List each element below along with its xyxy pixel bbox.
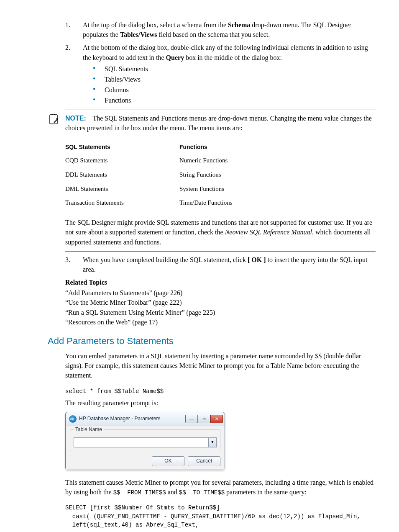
step2-bullets: SQL Statements Tables/Views Columns Func…	[93, 64, 376, 105]
statements-functions-table: SQL Statements Functions CQD StatementsN…	[65, 140, 283, 210]
table-name-input[interactable]	[74, 438, 208, 447]
section2-intro: You can embed parameters in a SQL statem…	[65, 351, 376, 380]
table-header-functions: Functions	[179, 140, 283, 154]
minimize-button[interactable]: —	[185, 415, 198, 423]
bullet-tables-views: Tables/Views	[93, 75, 376, 84]
step-1: At the top of the dialog box, select a s…	[65, 20, 376, 39]
step3-text: When you have completed building the SQL…	[83, 256, 367, 273]
table-header-sql: SQL Statements	[65, 140, 179, 154]
code-example-1: select * from $$Table Name$$	[65, 387, 376, 396]
related-link[interactable]: “Use the Metric Miner Toolbar” (page 222…	[65, 298, 376, 307]
table-row: Transaction StatementsTime/Date Function…	[65, 196, 283, 210]
result-prompt-label: The resulting parameter prompt is:	[65, 398, 376, 408]
dialog-titlebar[interactable]: HP Database Manager - Parameters — ▭ ✕	[66, 412, 225, 426]
table-name-groupbox: Table Name ▼	[70, 429, 220, 451]
bullet-sql-statements: SQL Statements	[93, 64, 376, 74]
table-name-combo[interactable]: ▼	[74, 437, 217, 447]
note-tail: The SQL Designer might provide SQL state…	[65, 218, 376, 247]
note-icon	[48, 113, 65, 127]
note-divider-top	[65, 110, 376, 110]
table-row: CQD StatementsNumeric Functions	[65, 154, 283, 168]
note-block: NOTE: The SQL Statements and Functions m…	[65, 110, 376, 252]
related-topics-heading: Related Topics	[65, 278, 376, 287]
svg-rect-0	[50, 115, 57, 124]
bullet-functions: Functions	[93, 95, 376, 105]
dialog-title: HP Database Manager - Parameters	[79, 415, 161, 422]
bullet-columns: Columns	[93, 85, 376, 95]
step2-text: At the bottom of the dialog box, double-…	[83, 44, 368, 61]
table-row: DML StatementsSystem Functions	[65, 182, 283, 196]
parameters-dialog: HP Database Manager - Parameters — ▭ ✕ T…	[65, 412, 225, 470]
related-link[interactable]: “Add Parameters to Statements” (page 226…	[65, 288, 376, 298]
note-label: NOTE:	[65, 115, 86, 122]
related-link[interactable]: “Run a SQL Statement Using Metric Miner”…	[65, 308, 376, 317]
note-body: The SQL Statements and Functions menus a…	[65, 115, 372, 131]
maximize-button[interactable]: ▭	[198, 415, 210, 423]
note-divider-bottom	[65, 251, 376, 252]
close-button[interactable]: ✕	[210, 415, 223, 423]
step-3: When you have completed building the SQL…	[65, 255, 376, 274]
ok-button[interactable]: OK	[152, 456, 184, 466]
groupbox-legend: Table Name	[74, 426, 104, 433]
cancel-button[interactable]: Cancel	[188, 456, 220, 466]
chevron-down-icon: ▼	[211, 439, 215, 445]
related-link[interactable]: “Resources on the Web” (page 17)	[65, 317, 376, 327]
section-heading-add-parameters: Add Parameters to Statements	[48, 334, 376, 348]
step-2: At the bottom of the dialog box, double-…	[65, 43, 376, 105]
step1-text: At the top of the dialog box, select a s…	[83, 21, 351, 38]
maximize-icon: ▭	[202, 416, 206, 422]
table-row: DDL StatementsString Functions	[65, 168, 283, 182]
hp-logo-icon	[69, 415, 77, 423]
code-example-2: SELECT [first $$Number Of Stmts_to_Retur…	[65, 504, 376, 529]
combo-dropdown-button[interactable]: ▼	[208, 438, 216, 447]
minimize-icon: —	[189, 416, 194, 422]
close-icon: ✕	[215, 416, 218, 422]
section2-outro: This statement causes Metric Miner to pr…	[65, 478, 376, 497]
